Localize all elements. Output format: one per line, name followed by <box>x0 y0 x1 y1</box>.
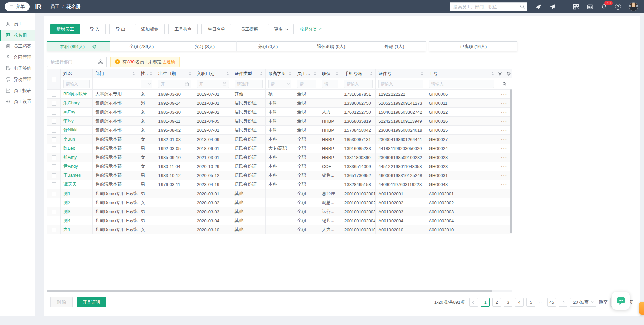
paper-plane-icon[interactable] <box>549 4 556 10</box>
add-tag-button[interactable]: 添加标签 <box>135 24 165 34</box>
bell-icon[interactable]: 99+ <box>601 4 607 10</box>
export-button[interactable]: 导 出 <box>109 24 132 34</box>
filter-emp_type-input[interactable]: 请... <box>297 80 316 88</box>
feedback-edge-tab[interactable] <box>639 302 644 315</box>
tab-fulltime[interactable]: 全职 (789人) <box>110 41 173 51</box>
sort-icon[interactable] <box>491 72 494 75</box>
employee-name-link[interactable]: 力1 <box>63 227 70 232</box>
sort-icon[interactable] <box>189 72 191 75</box>
filter-id_type-input[interactable]: 请选择 <box>235 80 263 88</box>
filter-position-input[interactable]: 请... <box>322 80 338 88</box>
filter-phone-input[interactable]: 请输入 <box>344 80 373 88</box>
issue-certificate-button[interactable]: 开具证明 <box>77 297 106 307</box>
prev-page-button[interactable] <box>469 298 478 307</box>
filter-birth-range[interactable]: 开...~ <box>158 80 191 88</box>
help-icon[interactable] <box>615 4 621 10</box>
row-actions-button[interactable] <box>497 135 512 144</box>
tab-intern[interactable]: 实习 (3人) <box>173 41 236 51</box>
page-button[interactable]: 5 <box>526 298 535 307</box>
invite-link[interactable]: 去邀请 <box>162 59 175 65</box>
vertical-scrollbar[interactable] <box>510 89 512 233</box>
employee-name-link[interactable]: 尹Andy <box>63 164 78 169</box>
tab-resigned[interactable]: 已离职 (16人) <box>429 41 517 51</box>
search-input[interactable] <box>450 2 527 11</box>
employee-name-link[interactable]: 舒Nikki <box>63 127 77 132</box>
page-button[interactable]: 4 <box>515 298 524 307</box>
row-checkbox[interactable] <box>52 110 56 115</box>
column-header-phone[interactable]: 手机号码 <box>341 69 376 78</box>
employee-name-link[interactable]: 朱Chary <box>63 100 80 105</box>
sidebar-item-contracts[interactable]: 合同管理 <box>0 52 35 63</box>
row-actions-button[interactable] <box>497 90 512 99</box>
sort-icon[interactable] <box>370 72 373 75</box>
contacts-icon[interactable] <box>587 4 593 10</box>
row-actions-button[interactable] <box>497 198 512 207</box>
tab-parttime[interactable]: 兼职 (0人) <box>236 41 300 51</box>
chat-widget-button[interactable] <box>612 292 630 310</box>
row-actions-button[interactable] <box>497 126 512 135</box>
column-header-hire[interactable]: 入职日期 <box>194 69 232 78</box>
sidebar-item-employees[interactable]: 员工 <box>0 18 35 30</box>
select-all-checkbox[interactable] <box>52 77 56 82</box>
row-checkbox[interactable] <box>52 192 56 196</box>
employee-name-link[interactable]: 李Ivy <box>63 118 74 123</box>
column-header-emp_no[interactable]: 工号 <box>426 69 497 78</box>
row-checkbox[interactable] <box>52 182 56 187</box>
column-header-name[interactable]: 姓名 <box>61 69 93 78</box>
column-settings-icon[interactable] <box>506 71 511 76</box>
row-actions-button[interactable] <box>497 225 512 234</box>
empno-check-button[interactable]: 工号检查 <box>168 24 198 34</box>
row-actions-button[interactable] <box>497 117 512 126</box>
tab-foreign[interactable]: 外籍 (1人) <box>363 41 426 51</box>
filter-id_no-input[interactable]: 请输入 <box>378 80 423 88</box>
sort-icon[interactable] <box>314 72 316 75</box>
employee-name-link[interactable]: 雒Amy <box>63 155 77 160</box>
employee-name-link[interactable]: 测3 <box>63 209 70 214</box>
column-header-emp_type[interactable]: 员工类型 <box>294 69 319 78</box>
search-icon[interactable] <box>520 4 525 9</box>
row-checkbox[interactable] <box>52 210 56 214</box>
row-checkbox[interactable] <box>52 92 56 97</box>
horizontal-scrollbar[interactable] <box>47 290 492 292</box>
page-button[interactable]: 1 <box>481 298 490 307</box>
collapse-categories-link[interactable]: 收起分类 <box>300 26 321 32</box>
sidebar-item-esign[interactable]: 电子签约 <box>0 63 35 74</box>
column-header-gender[interactable]: 性别 <box>138 69 155 78</box>
qr-code-icon[interactable] <box>573 4 579 10</box>
row-actions-button[interactable] <box>497 207 512 216</box>
collapsed-menu-icon[interactable] <box>4 318 9 322</box>
sidebar-item-roster[interactable]: 花名册 <box>0 30 35 41</box>
row-actions-button[interactable] <box>497 189 512 198</box>
column-header-birth[interactable]: 出生日期 <box>155 69 194 78</box>
department-select[interactable]: 请选择部门 <box>47 57 107 67</box>
filter-name-input[interactable]: 请输入 <box>63 80 90 88</box>
avatar[interactable] <box>629 2 638 11</box>
employee-name-link[interactable]: 陈Leo <box>63 146 75 151</box>
row-actions-button[interactable] <box>497 99 512 108</box>
sort-icon[interactable] <box>336 72 338 75</box>
row-checkbox[interactable] <box>52 219 56 223</box>
row-checkbox[interactable] <box>52 101 56 106</box>
more-button[interactable]: 更多 <box>268 24 294 34</box>
row-actions-button[interactable] <box>497 153 512 162</box>
employee-name-link[interactable]: 王James <box>63 173 81 178</box>
row-actions-button[interactable] <box>497 180 512 189</box>
row-actions-button[interactable] <box>497 162 512 171</box>
employee-name-link[interactable]: 测4 <box>63 218 70 223</box>
sort-icon[interactable] <box>150 72 152 75</box>
row-checkbox[interactable] <box>52 119 56 124</box>
app-logo[interactable]: iR <box>35 3 41 11</box>
page-button[interactable]: 2 <box>492 298 501 307</box>
sort-icon[interactable] <box>289 72 291 75</box>
row-checkbox[interactable] <box>52 146 56 151</box>
column-header-position[interactable]: 职位 <box>319 69 341 78</box>
trash-icon[interactable] <box>502 82 507 87</box>
column-header-id_type[interactable]: 证件类型 <box>232 69 265 78</box>
row-checkbox[interactable] <box>52 155 56 160</box>
row-actions-button[interactable] <box>497 144 512 153</box>
sort-icon[interactable] <box>421 72 423 75</box>
filter-edu-select[interactable]: 请... <box>268 80 291 88</box>
row-checkbox[interactable] <box>52 164 56 169</box>
breadcrumb-section[interactable]: 员工 <box>50 4 60 10</box>
page-size-select[interactable]: 20 条/页 <box>570 298 596 307</box>
